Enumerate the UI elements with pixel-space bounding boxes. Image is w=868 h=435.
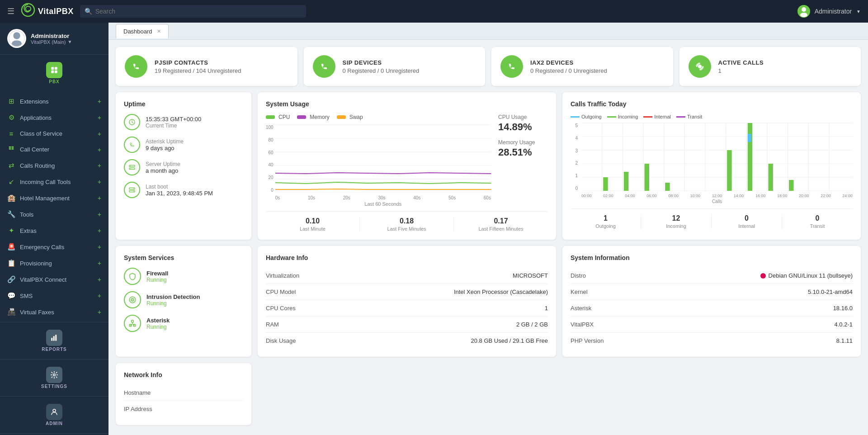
sidebar-item-call-center[interactable]: Call Center + [0, 142, 108, 157]
active-calls-text: ACTIVE CALLS 1 [718, 59, 764, 74]
hw-rows: Virtualization MICROSOFT CPU Model Intel… [266, 268, 548, 349]
applications-icon: ⚙ [7, 113, 15, 122]
pjsip-value: 19 Registered / 104 Unregistered [155, 67, 241, 74]
boot-icon [124, 182, 140, 198]
tab-dashboard-label: Dashboard [123, 28, 152, 35]
sidebar-item-applications[interactable]: ⚙ Applications + [0, 109, 108, 126]
load-minute-label: Last Minute [266, 226, 359, 232]
asterisk-uptime-text: Asterisk Uptime 9 days ago [146, 138, 184, 151]
outgoing-legend-dot [571, 116, 580, 118]
firewall-service: Firewall Running [124, 268, 243, 285]
prov-expand-icon[interactable]: + [98, 260, 101, 267]
hamburger-menu-icon[interactable]: ☰ [7, 6, 14, 16]
sidebar-item-sms[interactable]: 💬 SMS + [0, 288, 108, 304]
active-calls-title: ACTIVE CALLS [718, 59, 764, 66]
chart-bottom-label: Last 60 Seconds [275, 201, 491, 207]
profile-org[interactable]: VitalPBX (Main) ▼ [31, 39, 101, 45]
si-kernel-value: 5.10.0-21-amd64 [808, 288, 853, 295]
si-rows: Distro Debian GNU/Linux 11 (bullseye) Ke… [571, 268, 853, 349]
class-of-service-label: Class of Service [20, 130, 62, 137]
sidebar-item-vitalpbx-connect[interactable]: 🔗 VitalPBX Connect + [0, 271, 108, 288]
svg-rect-21 [129, 165, 135, 166]
applications-label: Applications [20, 114, 52, 121]
tab-close-icon[interactable]: ✕ [157, 28, 161, 34]
current-time-text: 15:35:33 GMT+00:00 Current Time [146, 116, 201, 129]
calls-label: Calls [581, 199, 853, 204]
svg-rect-8 [51, 71, 54, 73]
internal-legend-dot [643, 116, 652, 118]
svg-rect-60 [789, 180, 793, 191]
sidebar-item-extensions[interactable]: ⊞ Extensions + [0, 93, 108, 109]
clock-icon [124, 114, 140, 130]
settings-icon [46, 367, 62, 383]
reports-nav-btn[interactable]: REPORTS [42, 326, 66, 355]
ict-expand-icon[interactable]: + [98, 178, 101, 185]
ec-expand-icon[interactable]: + [98, 243, 101, 251]
chevron-down-icon: ▼ [856, 9, 861, 14]
sidebar-item-extras[interactable]: ✦ Extras + [0, 222, 108, 239]
logo-icon [21, 3, 35, 20]
server-uptime-item: Server Uptime a month ago [124, 159, 243, 175]
sidebar-item-calls-routing[interactable]: ⇄ Calls Routing + [0, 157, 108, 174]
asterisk-service-name: Asterisk [146, 317, 170, 324]
traffic-y-labels: 543210 [571, 123, 580, 200]
pbx-nav-btn[interactable]: PBX [46, 58, 62, 88]
sidebar-item-provisioning[interactable]: 📋 Provisioning + [0, 255, 108, 271]
sidebar-item-virtual-faxes[interactable]: 📠 Virtual Faxes + [0, 304, 108, 320]
hm-expand-icon[interactable]: + [98, 194, 101, 202]
nav-group-reports: REPORTS [0, 322, 108, 359]
tab-dashboard[interactable]: Dashboard ✕ [116, 24, 169, 38]
sidebar-item-emergency-calls[interactable]: 🚨 Emergency Calls + [0, 239, 108, 255]
sms-expand-icon[interactable]: + [98, 292, 101, 299]
svg-rect-22 [129, 168, 135, 169]
logo: VitalPBX [21, 3, 74, 20]
transit-legend-dot [676, 116, 685, 118]
reports-label: REPORTS [42, 347, 66, 352]
extras-expand-icon[interactable]: + [98, 227, 101, 234]
si-vitalpbx: VitalPBX 4.0.2-1 [571, 317, 853, 333]
virtual-faxes-icon: 📠 [7, 308, 15, 316]
admin-nav-btn[interactable]: ADMIN [46, 400, 63, 430]
cr-expand-icon[interactable]: + [98, 162, 101, 169]
ip-address-label: IP Address [124, 406, 152, 412]
extensions-expand-icon[interactable]: + [98, 98, 101, 105]
sidebar-item-hotel-management[interactable]: 🏨 Hotel Management + [0, 190, 108, 206]
sidebar-item-tools[interactable]: 🔧 Tools + [0, 206, 108, 222]
svg-point-0 [22, 4, 34, 16]
svg-rect-6 [51, 67, 54, 70]
cos-expand-icon[interactable]: + [98, 130, 101, 137]
asterisk-uptime-item: Asterisk Uptime 9 days ago [124, 137, 243, 153]
settings-nav-btn[interactable]: SETTINGS [41, 363, 67, 392]
dashboard: PJSIP CONTACTS 19 Registered / 104 Unreg… [108, 40, 868, 435]
sidebar-item-incoming-call-tools[interactable]: ↙ Incoming Call Tools + [0, 174, 108, 190]
incoming-label: Incoming [641, 223, 711, 229]
uptime-card: Uptime 15:35:33 GMT+00:00 Current Time [116, 92, 251, 240]
traffic-chart-area: 00:0002:0004:0006:0008:0010:0012:0014:00… [581, 123, 853, 204]
transit-count: 0 [782, 214, 853, 222]
firewall-icon [124, 268, 141, 285]
provisioning-label: Provisioning [20, 260, 52, 267]
topnav-right[interactable]: Administrator ▼ [797, 5, 861, 18]
svg-rect-11 [12, 147, 14, 148]
tools-expand-icon[interactable]: + [98, 211, 101, 218]
call-center-label: Call Center [20, 146, 49, 153]
vf-expand-icon[interactable]: + [98, 308, 101, 316]
applications-expand-icon[interactable]: + [98, 114, 101, 121]
si-vitalpbx-label: VitalPBX [571, 321, 594, 328]
search-input[interactable] [80, 5, 306, 18]
last-boot-item: Last boot Jan 31, 2023, 9:48:45 PM [124, 182, 243, 198]
asterisk-icon [124, 315, 141, 332]
hardware-info-card: Hardware Info Virtualization MICROSOFT C… [258, 246, 556, 357]
incoming-legend-label: Incoming [618, 114, 638, 119]
si-distro-value: Debian GNU/Linux 11 (bullseye) [760, 272, 853, 279]
sip-text: SIP DEVICES 0 Registered / 0 Unregistere… [343, 59, 420, 74]
settings-header: SETTINGS [0, 359, 108, 396]
memory-legend-dot [297, 115, 306, 119]
si-asterisk-value: 18.16.0 [833, 305, 853, 312]
search-wrapper: 🔍 [80, 5, 306, 18]
cpu-usage-value: 14.89% [498, 121, 548, 133]
admin-label: ADMIN [46, 421, 63, 426]
vpc-expand-icon[interactable]: + [98, 276, 101, 283]
sidebar-item-class-of-service[interactable]: ≡ Class of Service + [0, 126, 108, 142]
cc-expand-icon[interactable]: + [98, 146, 101, 153]
